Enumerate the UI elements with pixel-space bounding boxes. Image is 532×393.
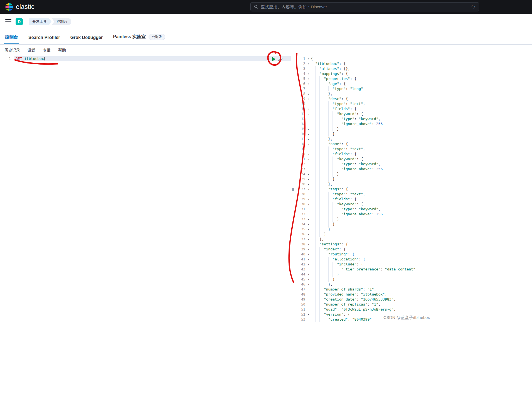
response-line: 3"aliases": {}, [295,66,532,71]
response-code-text: "_tier_preference": "data_content" [311,267,415,272]
tab-grok-debugger[interactable]: Grok Debugger [70,35,103,44]
fold-end-icon[interactable]: ▴ [306,177,311,182]
fold-spacer [306,86,311,91]
response-code-text: "routing": { [311,252,354,257]
fold-open-icon[interactable]: ▾ [306,202,311,207]
fold-end-icon[interactable]: ▴ [306,91,311,96]
fold-end-icon[interactable]: ▴ [306,126,311,131]
console-menu-settings[interactable]: 设置 [28,48,35,53]
fold-end-icon[interactable]: ▴ [306,136,311,141]
fold-end-icon[interactable]: ▴ [306,131,311,136]
fold-end-icon[interactable]: ▴ [306,227,311,232]
fold-end-icon[interactable]: ▴ [306,232,311,237]
response-code-text: "ignore_above": 256 [311,121,383,126]
console-menu-variables[interactable]: 变量 [43,48,51,53]
response-code-text: "tags": { [311,187,348,192]
fold-open-icon[interactable]: ▾ [306,141,311,147]
fold-open-icon[interactable]: ▾ [306,111,311,116]
fold-open-icon[interactable]: ▾ [306,252,311,257]
response-line: 12▾"keyword": { [295,111,532,116]
fold-end-icon[interactable]: ▴ [306,282,311,287]
response-editor[interactable]: 1▾{2▾"itbluebox": {3"aliases": {},4▾"map… [295,56,532,324]
fold-open-icon[interactable]: ▾ [306,81,311,86]
response-line: 42▾"include": { [295,262,532,267]
tab-painless-lab[interactable]: Painless 实验室公测版 [112,34,166,44]
response-line: 16▴} [295,131,532,136]
beta-badge: 公测版 [149,34,165,40]
line-number: 24 [295,172,306,177]
response-code-text: "name": { [311,141,348,147]
line-number: 41 [295,257,306,262]
response-line: 9▾"desc": { [295,96,532,101]
fold-end-icon[interactable]: ▴ [306,172,311,177]
response-line: 24▴} [295,172,532,177]
splitter-handle-icon[interactable] [292,188,294,191]
global-search-input[interactable] [261,4,469,9]
line-number: 38 [295,242,306,247]
fold-open-icon[interactable]: ▾ [306,242,311,247]
response-line: 15▴} [295,126,532,131]
fold-open-icon[interactable]: ▾ [306,262,311,267]
fold-end-icon[interactable]: ▴ [306,277,311,282]
line-number: 51 [295,307,306,312]
fold-open-icon[interactable]: ▾ [306,56,311,61]
fold-open-icon[interactable]: ▾ [306,247,311,252]
fold-end-icon[interactable]: ▴ [306,272,311,277]
request-url: itbluebox [24,57,44,61]
breadcrumb-dev-tools[interactable]: 开发工具 [29,18,51,25]
response-line: 30▾"keyword": { [295,202,532,207]
response-code-text: "keyword": { [311,157,363,162]
fold-end-icon[interactable]: ▴ [306,182,311,187]
line-number: 31 [295,207,306,212]
fold-end-icon[interactable]: ▴ [306,222,311,227]
fold-open-icon[interactable]: ▾ [306,187,311,192]
response-line: 41▾"allocation": { [295,257,532,262]
request-gutter: 1 [0,56,14,61]
console-menu-history[interactable]: 历史记录 [4,48,20,53]
response-code-text: "version": { [311,312,350,317]
line-number: 34 [295,222,306,227]
fold-open-icon[interactable]: ▾ [306,197,311,202]
fold-open-icon[interactable]: ▾ [306,76,311,81]
menu-button[interactable] [5,19,11,24]
line-number: 43 [295,267,306,272]
fold-open-icon[interactable]: ▾ [306,152,311,157]
fold-open-icon[interactable]: ▾ [306,257,311,262]
fold-open-icon[interactable]: ▾ [306,61,311,66]
request-line[interactable]: GET itbluebox [14,56,291,61]
console-menu-help[interactable]: 帮助 [58,48,66,53]
fold-end-icon[interactable]: ▴ [306,237,311,242]
send-request-button[interactable] [271,57,275,61]
line-number: 15 [295,126,306,131]
line-number: 39 [295,247,306,252]
response-code-text: } [311,232,326,237]
console-workspace: 1 GET itbluebox [0,56,532,324]
response-code-text: } [311,222,335,227]
response-code-text: { [311,56,313,61]
request-editor[interactable]: 1 GET itbluebox [0,56,291,324]
request-options-button[interactable] [278,57,283,62]
panel-splitter[interactable] [291,56,295,324]
global-search[interactable]: ^/ [250,2,479,11]
line-number: 20 [295,152,306,157]
response-line: 5▾"properties": { [295,76,532,81]
fold-end-icon[interactable]: ▴ [306,217,311,222]
fold-open-icon[interactable]: ▾ [306,71,311,76]
breadcrumb-console[interactable]: 控制台 [52,18,71,25]
fold-open-icon[interactable]: ▾ [306,106,311,111]
response-code-text: "settings": { [311,242,348,247]
fold-open-icon[interactable]: ▾ [306,96,311,101]
response-code-text: "keyword": { [311,202,363,207]
response-code-text: "number_of_replicas": "1", [311,302,380,307]
elastic-logo[interactable]: elastic [5,3,35,11]
response-code-text: } [311,277,335,282]
tab-console[interactable]: 控制台 [4,34,19,44]
space-avatar[interactable]: D [16,18,23,25]
response-code-text: "include": { [311,262,363,267]
fold-open-icon[interactable]: ▾ [306,157,311,162]
request-editor-body[interactable]: GET itbluebox [14,56,291,61]
fold-open-icon[interactable]: ▾ [306,312,311,317]
tab-search-profiler[interactable]: Search Profiler [28,35,61,44]
line-number: 52 [295,312,306,317]
line-number: 12 [295,111,306,116]
